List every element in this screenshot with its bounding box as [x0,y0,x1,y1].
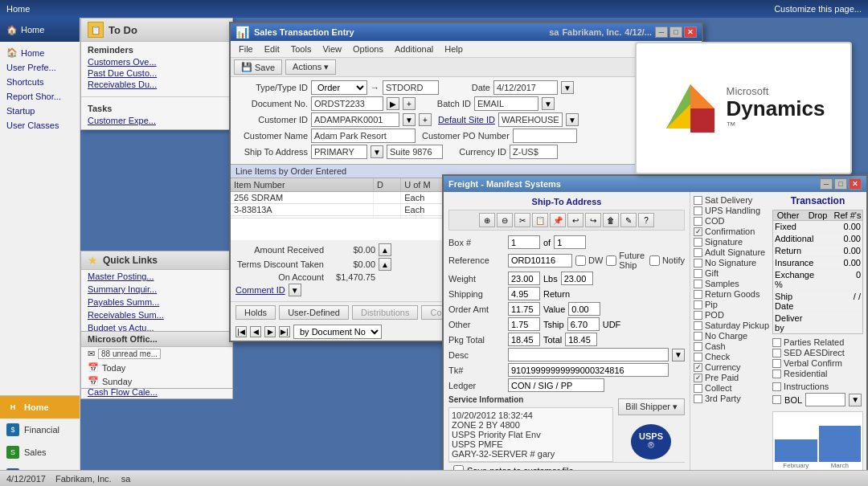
maximize-button[interactable]: □ [669,27,682,38]
shipping-input[interactable] [508,287,540,300]
todo-item-receivables[interactable]: Receivables Du... [88,79,226,90]
notify-checkbox[interactable]: Notify [649,255,685,266]
cb-parties-box[interactable] [772,338,781,347]
cb-adult-box[interactable] [694,248,702,257]
sidebar-item-startup[interactable]: Startup [0,104,80,118]
desc-lookup[interactable]: ▼ [672,349,685,361]
cb-nosig-box[interactable] [694,259,702,268]
ms-office-email[interactable]: ✉ 88 unread me... [81,347,232,361]
cell-item-2[interactable]: 3-83813A [231,204,374,215]
future-ship-checkbox[interactable]: Future Ship [606,251,646,270]
sidebar-item-shortcuts[interactable]: Shortcuts [0,75,80,89]
tship-input[interactable] [567,317,600,331]
ms-office-sunday[interactable]: 📅 Sunday [81,374,232,388]
ref-input[interactable] [508,254,572,268]
desc-input[interactable] [508,348,669,361]
close-button[interactable]: ✕ [684,27,697,38]
addr-btn-8[interactable]: 🗑 [603,213,619,227]
cb-check-box[interactable] [694,353,702,361]
addr-btn-7[interactable]: ↪ [585,213,601,227]
dw-check[interactable] [575,255,586,266]
quick-link-payables[interactable]: Payables Summ... [81,296,232,308]
cb-nocharge-box[interactable] [694,332,702,341]
menu-edit[interactable]: Edit [260,43,285,55]
future-ship-check[interactable] [606,255,616,266]
quick-link-receivables[interactable]: Receivables Sum... [81,308,232,321]
custpo-input[interactable] [513,129,577,143]
nav-first[interactable]: |◀ [235,326,247,337]
todo-item-past-due[interactable]: Past Due Custo... [88,67,226,79]
cb-gift-box[interactable] [694,269,702,278]
distributions-button[interactable]: Distributions [352,305,419,320]
docno-add[interactable]: + [403,97,416,110]
currency-input[interactable] [510,145,558,159]
cb-cash-box[interactable] [694,342,702,351]
cell-item-1[interactable]: 256 SDRAM [231,192,374,203]
menu-options[interactable]: Options [348,43,388,55]
date-input[interactable] [493,80,558,95]
cb-bol-box[interactable] [772,395,781,404]
dw-checkbox[interactable]: DW [575,255,603,266]
sidebar-item-user-prefs[interactable]: User Prefe... [0,60,80,75]
docno-lookup[interactable]: ▶ [387,97,399,110]
of-input[interactable] [554,235,586,249]
cb-currency-box[interactable]: ✓ [694,363,702,372]
nav-prev[interactable]: ◀ [250,326,261,337]
cb-sig-box[interactable] [694,238,702,247]
todo-item-customers[interactable]: Customers Ove... [88,56,226,67]
sidebar-item-home[interactable]: 🏠 Home [0,45,80,60]
batchid-input[interactable] [474,96,538,111]
cb-residential-box[interactable] [772,370,781,378]
addr-btn-10[interactable]: ? [638,213,654,227]
shipto-lookup[interactable]: ▼ [371,145,383,158]
quick-link-summary-inquiry[interactable]: Summary Inquir... [81,283,232,296]
cb-pod-box[interactable] [694,311,702,320]
addr-btn-2[interactable]: ⊖ [497,213,513,227]
discount-btn[interactable]: ▲ [379,258,391,271]
addr-btn-6[interactable]: ↩ [567,213,583,227]
bol-lookup[interactable]: ▼ [849,394,862,406]
comment-lookup[interactable]: ▼ [289,284,301,296]
default-site-label[interactable]: Default Site ID [438,115,495,125]
fms-minimize[interactable]: ─ [820,178,833,190]
amount-received-btn[interactable]: ▲ [379,243,391,256]
cb-3rdparty-box[interactable] [694,394,702,403]
weight2-input[interactable] [561,272,593,285]
sidebar-home-button[interactable]: 🏠 Home [6,25,44,35]
site-lookup[interactable]: ▼ [566,113,579,126]
sidebar-item-user-classes[interactable]: User Classes [0,118,80,133]
cb-collect-box[interactable] [694,384,702,393]
menu-view[interactable]: View [317,43,346,55]
total-input[interactable] [565,333,597,346]
suite-input[interactable] [387,145,443,159]
customerid-add[interactable]: + [419,113,432,126]
cb-prepaid-box[interactable]: ✓ [694,374,702,382]
cell-empty[interactable] [231,216,374,218]
other-input[interactable] [508,317,540,331]
customerid-input[interactable] [311,112,399,127]
default-site-input[interactable] [498,112,563,127]
todo-task-customer[interactable]: Customer Expe... [88,115,226,126]
cb-conf-box[interactable]: ✓ [694,227,702,236]
weight-input[interactable] [508,272,540,285]
minimize-button[interactable]: ─ [655,27,668,38]
custname-input[interactable] [311,129,416,143]
menu-tools[interactable]: Tools [286,43,317,55]
cb-sat-box[interactable] [694,196,702,205]
type-id-input[interactable] [383,80,439,95]
ms-office-today[interactable]: 📅 Today [81,361,232,374]
bill-shipper-button[interactable]: Bill Shipper ▾ [618,398,685,415]
date-lookup[interactable]: ▼ [561,81,574,94]
addr-btn-3[interactable]: ✂ [514,213,530,227]
value-input[interactable] [568,302,600,316]
sidebar-item-report-shortcuts[interactable]: Report Shor... [0,89,80,104]
batchid-lookup[interactable]: ▼ [542,97,555,110]
ledger-input[interactable] [508,378,604,392]
comment-id-link[interactable]: Comment ID [235,285,285,295]
type-dropdown[interactable]: Order [311,80,367,95]
addr-btn-9[interactable]: ✎ [620,213,637,227]
tk-input[interactable] [508,363,669,377]
save-button[interactable]: 💾 Save [234,59,282,75]
addr-btn-5[interactable]: 📌 [550,213,566,227]
cb-ups-box[interactable] [694,206,702,215]
